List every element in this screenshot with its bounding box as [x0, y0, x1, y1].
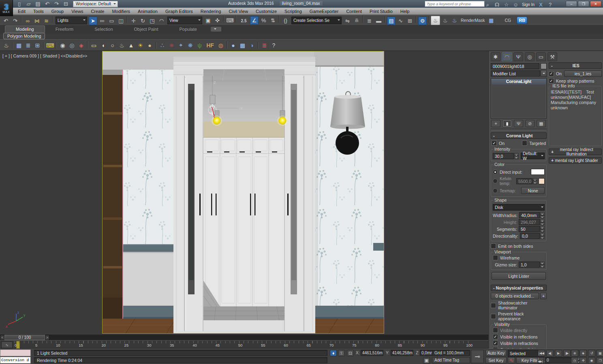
- maxscript-listener-input[interactable]: Conversion d: [0, 357, 31, 364]
- mini-curve-editor-button[interactable]: ∿: [1, 341, 13, 348]
- tab-selection[interactable]: Selection: [84, 26, 123, 33]
- corona-light-rollout-header[interactable]: - Corona Light: [491, 132, 547, 139]
- texmap-radio[interactable]: [493, 188, 498, 193]
- help-circle-icon[interactable]: ?: [269, 41, 278, 49]
- render-frame-icon[interactable]: ▦: [15, 41, 23, 49]
- unlink-selection-button[interactable]: ⋈: [33, 17, 41, 25]
- menu-item[interactable]: Tools: [33, 9, 44, 14]
- molecule-icon[interactable]: ⚛: [167, 41, 176, 49]
- rectangular-selection-region-button[interactable]: ▭: [107, 17, 116, 25]
- pin-stack-button[interactable]: ⌖: [491, 120, 500, 127]
- right-open-door[interactable]: [284, 76, 303, 331]
- directionality-field[interactable]: 0,0: [520, 233, 540, 239]
- light-keyboard-icon[interactable]: ⌨: [46, 41, 54, 49]
- render-mask-button[interactable]: RenderMask: [461, 18, 485, 23]
- menu-item[interactable]: Views: [71, 9, 83, 14]
- tab-object-paint[interactable]: Object Paint: [124, 26, 169, 33]
- object-color-swatch[interactable]: [541, 63, 547, 69]
- film-camera-icon[interactable]: ◈: [77, 41, 86, 49]
- menu-item[interactable]: Graph Editors: [165, 9, 193, 14]
- render-table-icon[interactable]: ⊞: [33, 41, 42, 49]
- dome-light-icon[interactable]: ◖: [99, 41, 107, 49]
- viewport[interactable]: [ + ] [ Camera 009 ] [ Shaded ] <<Disabl…: [0, 51, 488, 334]
- mirror-button[interactable]: ⇋: [343, 17, 352, 25]
- prevent-black-checkbox[interactable]: [491, 314, 496, 319]
- go-to-start-button[interactable]: |◀◀: [538, 350, 545, 357]
- undo-dropdown-button[interactable]: ↶: [43, 0, 51, 8]
- kelvin-field[interactable]: 5500,0: [516, 178, 532, 184]
- modify-tab[interactable]: ◠: [502, 52, 512, 61]
- sun-light-icon[interactable]: ☀: [136, 41, 145, 49]
- menu-item[interactable]: Scripting: [284, 9, 302, 14]
- targeted-checkbox[interactable]: [522, 140, 527, 146]
- camera-icon[interactable]: ◉: [58, 41, 67, 49]
- show-end-result-button[interactable]: ▮: [502, 120, 512, 127]
- nonphysical-rollout-header[interactable]: - Nonphysical properties: [491, 285, 547, 291]
- redo-dropdown-button[interactable]: ↷: [52, 0, 61, 8]
- max-logo[interactable]: 3 MAX: [0, 0, 13, 16]
- maximize-toggle-icon[interactable]: ❒: [597, 357, 603, 364]
- zoom-icon[interactable]: ⊕: [571, 350, 578, 357]
- create-tab[interactable]: ✱: [491, 52, 500, 61]
- pan-icon[interactable]: ✜: [579, 357, 587, 364]
- height-spinner[interactable]: [540, 219, 545, 225]
- particles-icon[interactable]: ∴: [158, 41, 167, 49]
- select-and-move-button[interactable]: ✛: [129, 17, 138, 25]
- shadowcatcher-checkbox[interactable]: [491, 303, 496, 308]
- tab-freeform[interactable]: Freeform: [45, 26, 84, 33]
- grass-icon[interactable]: ψ: [195, 41, 204, 49]
- visible-reflections-checkbox[interactable]: [493, 334, 498, 339]
- set-keys-button[interactable]: ⊸: [471, 350, 484, 363]
- redo-button[interactable]: ↷: [11, 17, 19, 25]
- stack-item-coronalight[interactable]: CoronaLight: [491, 79, 546, 85]
- wood-sphere-icon[interactable]: ◍: [216, 41, 225, 49]
- ies-on-checkbox[interactable]: [549, 71, 554, 77]
- save-file-button[interactable]: ▤: [34, 0, 42, 8]
- maximize-viewport-icon[interactable]: ▦: [597, 350, 603, 357]
- texmap-none-button[interactable]: None: [521, 187, 545, 194]
- curve-editor-button[interactable]: ∿: [396, 17, 405, 25]
- object-name-field[interactable]: 0009001light018: [491, 63, 539, 69]
- close-button[interactable]: ✕: [590, 1, 601, 7]
- open-file-button[interactable]: ▱: [24, 0, 33, 8]
- ies-file-button[interactable]: ies_1.ies: [564, 70, 602, 77]
- use-pivot-center-button[interactable]: ▣: [204, 16, 212, 25]
- exclude-add-button[interactable]: +: [540, 293, 547, 299]
- search-input[interactable]: Type a keyword or phrase: [425, 1, 485, 7]
- rendered-frame-window-button[interactable]: ▦: [487, 16, 496, 25]
- prev-frame-arrow[interactable]: <: [0, 335, 4, 340]
- menu-item[interactable]: Rendering: [201, 9, 221, 14]
- mental-ray-shader-rollout[interactable]: + mental ray Light Shader: [549, 157, 602, 164]
- render-teapot-icon[interactable]: ♨: [2, 41, 11, 49]
- segments-field[interactable]: 50: [519, 226, 540, 232]
- modifier-list-dropdown[interactable]: Modifier List: [491, 70, 540, 77]
- time-configuration-icon[interactable]: ◷: [571, 357, 578, 364]
- select-object-button[interactable]: ➤: [89, 17, 97, 25]
- key-mode-toggle[interactable]: |◀▶|: [537, 357, 544, 363]
- camera-rig-icon[interactable]: ⌖: [177, 41, 185, 49]
- time-tag-icon[interactable]: ▣: [423, 357, 430, 364]
- intensity-units-dropdown[interactable]: Default: W: [521, 153, 545, 159]
- kelvin-radio[interactable]: [493, 179, 498, 183]
- render-production-button[interactable]: ♨: [431, 16, 440, 25]
- menu-item[interactable]: Print Studio: [370, 9, 393, 14]
- menu-item[interactable]: Modifiers: [112, 9, 130, 14]
- material-sphere-icon[interactable]: ●: [229, 41, 237, 49]
- menu-item[interactable]: Civil View: [229, 9, 248, 14]
- make-unique-button[interactable]: Ψ: [514, 120, 523, 127]
- maxscript-listener-pink[interactable]: [0, 349, 31, 356]
- intensity-field[interactable]: 30,0: [493, 153, 514, 159]
- workspace-dropdown[interactable]: Workspace: Default: [73, 1, 118, 7]
- time-slider-track[interactable]: [49, 334, 488, 341]
- keep-sharp-checkbox[interactable]: [549, 78, 554, 83]
- keyboard-shortcut-override-button[interactable]: ⌨: [226, 16, 234, 25]
- wireframe-checkbox[interactable]: [493, 255, 498, 260]
- projector-icon[interactable]: ◎: [68, 41, 76, 49]
- teapot-object-icon[interactable]: ♨: [118, 41, 126, 49]
- menu-item[interactable]: Help: [400, 9, 410, 14]
- gizmo-spinner[interactable]: [540, 262, 545, 268]
- percent-snap-button[interactable]: %: [259, 16, 268, 25]
- undo-button[interactable]: ↶: [2, 17, 10, 25]
- tab-modeling[interactable]: Modeling: [5, 26, 45, 33]
- auto-key-button[interactable]: Auto Key: [485, 350, 507, 356]
